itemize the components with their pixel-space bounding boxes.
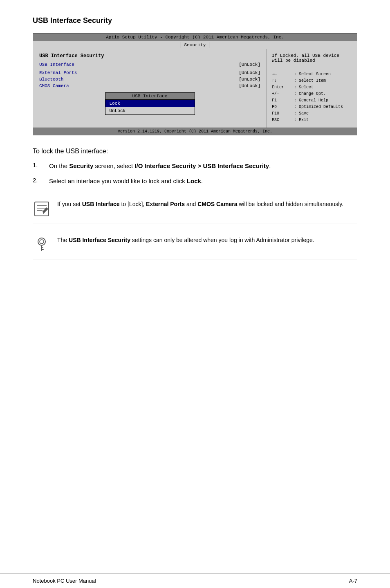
bios-popup-area: USB Interface Lock UnLock (39, 92, 260, 115)
bios-keys: →← : Select Screen ↑↓ : Select Item Ente… (272, 71, 352, 123)
key-select-screen: →← : Select Screen (272, 71, 352, 78)
key-change-opt: +/— : Change Opt. (272, 91, 352, 97)
bios-value-usb-interface: [UnLock] (239, 62, 260, 67)
key-f9: F9 : Optimized Defaults (272, 104, 352, 110)
svg-point-6 (38, 238, 45, 245)
svg-point-7 (40, 240, 44, 244)
notice-1-text: If you set USB Interface to [Lock], Exte… (57, 200, 343, 209)
bios-value-cmos-camera: [UnLock] (239, 83, 260, 88)
note-icon (33, 200, 51, 218)
step-2: 2. Select an interface you would like to… (33, 177, 357, 186)
bios-row-external-ports: External Ports [UnLock] (39, 70, 260, 75)
bios-popup: USB Interface Lock UnLock (105, 92, 195, 115)
steps-list: 1. On the Security screen, select I/O In… (33, 162, 357, 186)
key-select-item: ↑↓ : Select Item (272, 78, 352, 84)
notice-box-2: The USB Interface Security settings can … (33, 230, 357, 260)
notice-box-1: If you set USB Interface to [Lock], Exte… (33, 194, 357, 224)
step-2-num: 2. (33, 177, 49, 184)
bios-popup-item-unlock[interactable]: UnLock (105, 107, 195, 114)
key-icon (33, 236, 51, 254)
key-icon-svg (34, 237, 50, 253)
footer-left: Notebook PC User Manual (33, 578, 96, 584)
bios-header: Aptio Setup Utility - Copyright (C) 2011… (33, 34, 357, 41)
bios-help-text: If Locked, all USB device will be disabl… (272, 53, 352, 63)
bios-row-cmos-camera: CMOS Camera [UnLock] (39, 83, 260, 88)
bios-label-cmos-camera: CMOS Camera (39, 83, 69, 88)
pencil-icon-svg (34, 201, 50, 217)
bios-label-external-ports: External Ports (39, 70, 77, 75)
bios-tab-row: Security (33, 41, 357, 49)
bios-screenshot: Aptio Setup Utility - Copyright (C) 2011… (33, 33, 357, 135)
bios-label-bluetooth: Bluetooth (39, 77, 63, 82)
bios-label-usb-interface: USB Interface (39, 62, 74, 67)
bios-value-external-ports: [UnLock] (239, 70, 260, 75)
bios-group: External Ports [UnLock] Bluetooth [UnLoc… (39, 70, 260, 88)
svg-rect-10 (41, 247, 43, 248)
bios-row-usb-interface: USB Interface [UnLock] (39, 62, 260, 67)
intro-text: To lock the USB interface: (33, 148, 357, 155)
bios-popup-item-lock[interactable]: Lock (105, 100, 195, 107)
step-1-text: On the Security screen, select I/O Inter… (49, 162, 271, 171)
notice-2-text: The USB Interface Security settings can … (57, 236, 314, 245)
bios-tab-security: Security (181, 42, 210, 48)
key-f10: F10 : Save (272, 110, 352, 117)
page-footer: Notebook PC User Manual A-7 (0, 573, 390, 588)
key-enter-select: Enter : Select (272, 84, 352, 91)
bios-value-bluetooth: [UnLock] (239, 77, 260, 82)
bios-popup-title: USB Interface (105, 93, 195, 100)
page-title: USB Interface Security (33, 16, 357, 25)
bios-row-bluetooth: Bluetooth [UnLock] (39, 77, 260, 82)
bios-body: USB Interface Security USB Interface [Un… (33, 49, 357, 128)
step-1: 1. On the Security screen, select I/O In… (33, 162, 357, 171)
key-f1: F1 : General Help (272, 97, 352, 104)
svg-rect-9 (41, 249, 44, 250)
bios-footer: Version 2.14.1219, Copyright (C) 2011 Am… (33, 128, 357, 135)
bios-right-panel: If Locked, all USB device will be disabl… (267, 49, 357, 128)
step-2-text: Select an interface you would like to lo… (49, 177, 203, 186)
key-esc: ESC : Exit (272, 117, 352, 123)
content-section: To lock the USB interface: 1. On the Sec… (33, 148, 357, 186)
step-1-num: 1. (33, 162, 49, 168)
bios-left-panel: USB Interface Security USB Interface [Un… (33, 49, 267, 128)
bios-section-title: USB Interface Security (39, 53, 260, 59)
footer-right: A-7 (349, 578, 357, 584)
